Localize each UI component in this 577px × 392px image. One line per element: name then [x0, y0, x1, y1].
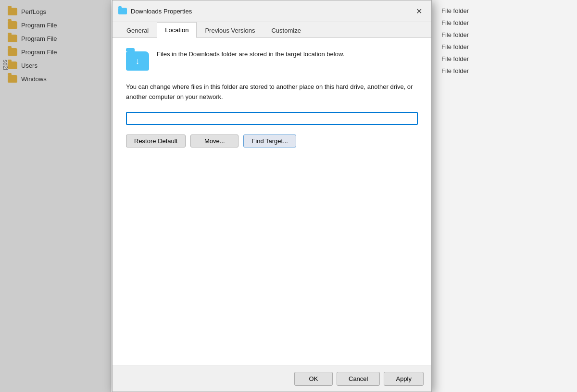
file-type-label: File folder: [441, 43, 469, 50]
file-row-4: File folder: [432, 53, 577, 65]
file-row-2: File folder: [432, 29, 577, 41]
action-buttons: Restore Default Move... Find Target...: [126, 135, 418, 147]
tab-location[interactable]: Location: [157, 22, 197, 38]
ok-button[interactable]: OK: [294, 372, 333, 386]
dialog-title-text: Downloads Properties: [131, 8, 192, 15]
file-row-0: File folder: [432, 5, 577, 17]
file-row-3: File folder: [432, 41, 577, 53]
explorer-right-panel: File folder File folder File folder File…: [432, 0, 577, 392]
file-type-label: File folder: [441, 19, 469, 26]
tab-previous-versions[interactable]: Previous Versions: [197, 23, 263, 38]
file-type-label: File folder: [441, 7, 469, 14]
tab-customize[interactable]: Customize: [263, 23, 309, 38]
description-section: You can change where files in this folde…: [126, 82, 418, 102]
apply-button[interactable]: Apply: [384, 372, 424, 386]
dialog-folder-icon: [118, 8, 127, 14]
close-button[interactable]: ✕: [412, 4, 426, 18]
path-input-container: [126, 112, 418, 125]
cancel-button[interactable]: Cancel: [337, 372, 380, 386]
path-input[interactable]: [126, 112, 418, 125]
dialog-body: Files in the Downloads folder are stored…: [113, 38, 431, 366]
backdrop: [0, 0, 111, 392]
find-target-button[interactable]: Find Target...: [243, 135, 296, 147]
move-button[interactable]: Move...: [190, 135, 238, 147]
info-section: Files in the Downloads folder are stored…: [126, 49, 418, 71]
description-text: You can change where files in this folde…: [126, 82, 418, 102]
file-row-1: File folder: [432, 17, 577, 29]
downloads-properties-dialog: Downloads Properties ✕ General Location …: [112, 0, 432, 392]
dialog-titlebar: Downloads Properties ✕: [113, 0, 431, 22]
dialog-title-left: Downloads Properties: [118, 8, 192, 15]
file-type-label: File folder: [441, 67, 469, 74]
tab-general[interactable]: General: [118, 23, 157, 38]
file-type-label: File folder: [441, 31, 469, 38]
restore-default-button[interactable]: Restore Default: [126, 135, 186, 147]
tabs-bar: General Location Previous Versions Custo…: [113, 22, 431, 38]
file-row-5: File folder: [432, 65, 577, 77]
large-downloads-folder-icon: [126, 51, 149, 71]
dialog-footer: OK Cancel Apply: [113, 366, 431, 392]
info-text: Files in the Downloads folder are stored…: [157, 49, 344, 59]
file-type-label: File folder: [441, 55, 469, 62]
